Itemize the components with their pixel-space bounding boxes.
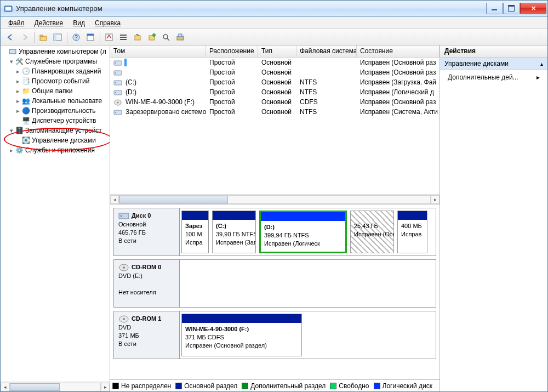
scroll-track[interactable] xyxy=(119,195,431,204)
tree-device-manager[interactable]: 🖥️ Диспетчер устройств xyxy=(1,116,110,126)
swatch-icon xyxy=(330,383,336,389)
close-button[interactable] xyxy=(520,3,546,14)
tree-scrollbar[interactable]: ◂ ▸ xyxy=(1,382,110,391)
minimize-button[interactable] xyxy=(486,3,503,14)
properties-button[interactable] xyxy=(84,31,97,44)
disk-row[interactable]: Диск 0Основной465,76 ГБВ сетиЗарез100 МИ… xyxy=(113,208,436,256)
tools-icon: 🛠️ xyxy=(15,57,24,66)
tree-event-viewer[interactable]: 📑 Просмотр событий xyxy=(1,76,110,86)
actions-more-link[interactable]: Дополнительные дей... ▸ xyxy=(440,70,547,84)
menu-file[interactable]: Файл xyxy=(4,18,29,28)
nav-back-button[interactable] xyxy=(4,31,17,44)
scroll-track[interactable] xyxy=(9,383,101,391)
col-fs[interactable]: Файловая система xyxy=(296,46,357,57)
menu-action[interactable]: Действие xyxy=(30,18,68,28)
menu-help[interactable]: Справка xyxy=(90,18,125,28)
disk-line1: DVD xyxy=(118,324,131,331)
legend-primary: Основной раздел xyxy=(175,382,237,390)
event-icon: 📑 xyxy=(21,77,30,86)
disk-row[interactable]: CD-ROM 0DVD (E:)Нет носителя xyxy=(113,259,436,308)
col-status[interactable]: Состояние xyxy=(357,46,439,57)
partition-info: Зарез100 МИспра xyxy=(182,220,208,253)
partition[interactable]: 400 МБИсправ xyxy=(397,211,427,253)
volume-icon xyxy=(113,70,122,76)
expander-icon[interactable] xyxy=(8,58,15,65)
volume-status: Исправен (Система, Акти xyxy=(357,108,439,116)
action-button-1[interactable] xyxy=(131,31,144,44)
volume-type: Основной xyxy=(258,69,296,76)
tree-storage[interactable]: 🗄️ Запоминающие устройст xyxy=(1,126,110,135)
col-layout[interactable]: Расположение xyxy=(206,46,258,57)
tree-services-apps[interactable]: ⚙️ Службы и приложения xyxy=(1,145,110,155)
expander-icon[interactable] xyxy=(8,127,15,134)
scroll-left-button[interactable]: ◂ xyxy=(1,383,9,391)
volume-row[interactable]: WIN-ME-4-90-3000 (F:)ПростойОсновнойCDFS… xyxy=(110,97,439,107)
maximize-button[interactable] xyxy=(503,3,520,14)
nav-forward-button[interactable] xyxy=(18,31,31,44)
tree-task-scheduler[interactable]: 🕒 Планировщик заданий xyxy=(1,66,110,76)
volume-list-scrollbar[interactable]: ◂ ▸ xyxy=(110,194,439,204)
disk-line1: Основной xyxy=(118,221,146,228)
console-tree[interactable]: Управление компьютером (л 🛠️ Служебные п… xyxy=(1,46,110,382)
svg-point-17 xyxy=(163,35,168,39)
partition[interactable]: (D:)399,94 ГБ NTFSИсправен (Логическ xyxy=(259,211,347,253)
swatch-icon xyxy=(374,383,380,389)
svg-rect-5 xyxy=(54,34,56,41)
legend-extended: Дополнительный раздел xyxy=(242,382,326,390)
col-type[interactable]: Тип xyxy=(258,46,296,57)
menu-view[interactable]: Вид xyxy=(68,18,89,28)
volume-fs: NTFS xyxy=(296,88,357,96)
tree-disk-management[interactable]: 💽 Управление дисками xyxy=(1,135,110,145)
services-icon: ⚙️ xyxy=(15,146,24,155)
search-button[interactable] xyxy=(159,31,173,44)
partition[interactable]: 25,43 ГБИсправен (Осно xyxy=(350,211,394,253)
partition-info: 400 МБИсправ xyxy=(398,220,427,253)
settings-button[interactable] xyxy=(174,31,187,44)
volume-row[interactable]: Зарезервировано системойПростойОсновнойN… xyxy=(110,107,439,117)
volume-row[interactable]: ПростойОсновнойИсправен (Основной раз xyxy=(110,58,439,67)
disk-partitions xyxy=(180,260,436,307)
partition-info: (C:)39,90 ГБ NTFSИсправен (Загруз xyxy=(213,220,255,253)
action-button-2[interactable] xyxy=(145,31,158,44)
tree-local-users[interactable]: 👥 Локальные пользовате xyxy=(1,96,110,106)
toolbar: ? xyxy=(1,29,547,46)
partition-color-bar xyxy=(182,211,208,220)
volume-row[interactable]: (D:)ПростойОсновнойNTFSИсправен (Логичес… xyxy=(110,87,439,97)
volume-row[interactable]: (C:)ПростойОсновнойNTFSИсправен (Загрузк… xyxy=(110,77,439,87)
list-view-button[interactable] xyxy=(117,31,130,44)
disk-map[interactable]: Диск 0Основной465,76 ГБВ сетиЗарез100 МИ… xyxy=(110,204,439,379)
scroll-right-button[interactable]: ▸ xyxy=(101,383,110,391)
expander-icon[interactable] xyxy=(15,68,21,75)
help-button[interactable]: ? xyxy=(70,31,83,44)
tree-root[interactable]: Управление компьютером (л xyxy=(1,47,110,56)
scroll-right-button[interactable]: ▸ xyxy=(431,195,439,204)
volume-rows[interactable]: ПростойОсновнойИсправен (Основной разПро… xyxy=(110,58,439,194)
disk-line3: В сети xyxy=(118,237,136,244)
volume-row[interactable]: ПростойОсновнойИсправен (Основной раз xyxy=(110,67,439,77)
tree-system-tools[interactable]: 🛠️ Служебные программы xyxy=(1,56,110,66)
expander-icon[interactable] xyxy=(8,147,15,154)
scroll-left-button[interactable]: ◂ xyxy=(110,195,119,204)
actions-section-header[interactable]: Управление дисками ▴ xyxy=(440,58,547,70)
expander-icon[interactable] xyxy=(15,107,21,115)
partition[interactable]: Зарез100 МИспра xyxy=(181,211,209,253)
show-hide-tree-button[interactable] xyxy=(51,31,64,44)
partition[interactable]: (C:)39,90 ГБ NTFSИсправен (Загруз xyxy=(212,211,256,253)
disk-line1: DVD (E:) xyxy=(118,272,142,279)
expander-icon[interactable] xyxy=(15,88,21,95)
volume-icon xyxy=(113,60,122,66)
partition[interactable]: WIN-ME-4-90-3000 (F:)371 МБ CDFSИсправен… xyxy=(181,314,302,356)
expander-icon[interactable] xyxy=(15,78,21,85)
tree-shared-folders[interactable]: 📁 Общие папки xyxy=(1,86,110,96)
swatch-icon xyxy=(242,383,248,389)
expander-icon[interactable] xyxy=(15,98,21,105)
refresh-button[interactable] xyxy=(102,31,116,44)
disk-row[interactable]: CD-ROM 1DVD371 МБВ сетиWIN-ME-4-90-3000 … xyxy=(113,311,436,359)
col-volume[interactable]: Том xyxy=(110,46,206,57)
tree-performance[interactable]: 🔵 Производительность xyxy=(1,106,110,116)
svg-point-29 xyxy=(115,92,116,93)
up-button[interactable] xyxy=(37,31,50,44)
titlebar[interactable]: Управление компьютером xyxy=(1,1,547,17)
collapse-icon: ▴ xyxy=(540,61,543,67)
actions-pane: Действия Управление дисками ▴ Дополнител… xyxy=(440,46,547,391)
